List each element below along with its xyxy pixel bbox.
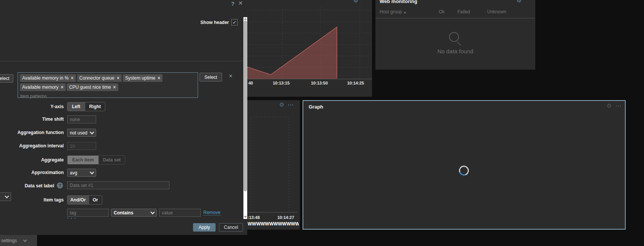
cancel-button[interactable]: Cancel bbox=[219, 223, 243, 232]
column-header-host-group[interactable]: Host group ▲ bbox=[380, 9, 407, 14]
chip-remove-icon[interactable]: × bbox=[113, 85, 116, 90]
item-tags-or-option[interactable]: Or bbox=[89, 196, 102, 204]
item-pattern-chip[interactable]: CPU guest nice time× bbox=[67, 83, 118, 91]
time-shift-input[interactable] bbox=[67, 115, 96, 123]
column-label: Host group bbox=[380, 9, 402, 14]
widget-title: Web monitoring bbox=[380, 0, 417, 4]
graph-widget[interactable]: Graph ⚙ ••• bbox=[303, 100, 626, 230]
item-pattern-chip[interactable]: Available memory× bbox=[20, 83, 66, 91]
chevron-down-icon bbox=[90, 130, 94, 134]
option-label: Or bbox=[93, 197, 98, 203]
header-divider bbox=[375, 18, 535, 18]
item-patterns-multiselect[interactable]: Available memory in %× Connector queue× … bbox=[18, 72, 198, 98]
option-label: Data set bbox=[103, 157, 121, 163]
settings-dropdown-partial[interactable]: settings bbox=[0, 235, 37, 246]
show-header-label: Show header bbox=[160, 20, 229, 25]
tag-operator-select[interactable]: Contains bbox=[111, 209, 157, 217]
select-value: Contains bbox=[114, 210, 133, 216]
chevron-down-icon bbox=[90, 170, 94, 174]
y-axis-right-option[interactable]: Right bbox=[85, 102, 105, 111]
loading-spinner bbox=[457, 164, 471, 177]
button-label: Apply bbox=[198, 225, 210, 230]
data-set-label-input[interactable] bbox=[67, 181, 169, 189]
button-label: Select bbox=[204, 75, 217, 80]
widget-title: Graph bbox=[309, 104, 323, 110]
button-label: Cancel bbox=[224, 225, 238, 230]
field-label-data-set-label: Data set label bbox=[0, 183, 54, 188]
chip-label: Connector queue bbox=[79, 75, 114, 81]
item-pattern-chip[interactable]: Available memory in %× bbox=[20, 74, 76, 82]
middle-chart-widget: ⚙ ••• :13:48 10:14:27 WWWWWWWWWWWW... bbox=[247, 100, 300, 230]
item-tags-segmented: And/Or Or bbox=[67, 195, 102, 204]
chip-label: Available memory in % bbox=[22, 75, 69, 81]
gear-icon[interactable]: ⚙ bbox=[607, 103, 612, 109]
chevron-down-icon bbox=[150, 210, 155, 214]
x-tick: 10:14:27 bbox=[277, 215, 294, 220]
settings-label: settings bbox=[1, 238, 17, 243]
more-menu-icon[interactable]: ••• bbox=[616, 104, 621, 108]
host-select-button-partial[interactable]: Select bbox=[0, 74, 13, 83]
select-value: not used bbox=[70, 130, 87, 136]
gear-icon[interactable]: ⚙ bbox=[517, 0, 522, 3]
left-edge-partial-select[interactable] bbox=[0, 192, 11, 201]
item-pattern-chip[interactable]: System uptime× bbox=[123, 74, 163, 82]
field-label-aggregation-interval: Aggregation interval bbox=[0, 143, 64, 149]
x-tick: 10:13:15 bbox=[273, 81, 290, 85]
column-header-failed: Failed bbox=[457, 9, 470, 14]
legend-host-label: WWWWWWWWWWWW... bbox=[248, 221, 299, 227]
scrollbar-thumb[interactable] bbox=[244, 21, 247, 191]
help-icon[interactable]: ? bbox=[231, 1, 235, 7]
column-header-unknown: Unknown bbox=[487, 9, 506, 14]
aggregation-interval-input[interactable] bbox=[67, 142, 96, 150]
item-patterns-placeholder[interactable]: item patterns bbox=[20, 94, 196, 99]
chevron-down-icon bbox=[23, 238, 27, 242]
aggregate-each-item-option[interactable]: Each item bbox=[68, 156, 99, 164]
field-label-approximation: Approximation bbox=[0, 170, 64, 175]
sort-asc-icon: ▲ bbox=[403, 10, 407, 14]
section-divider bbox=[0, 61, 243, 61]
item-select-button[interactable]: Select bbox=[200, 73, 222, 81]
select-value: avg bbox=[70, 170, 77, 176]
x-tick: 40 bbox=[248, 81, 253, 85]
chip-remove-icon[interactable]: × bbox=[117, 75, 119, 81]
help-badge-icon[interactable]: ? bbox=[57, 182, 63, 188]
item-tags-andor-option[interactable]: And/Or bbox=[68, 196, 89, 204]
search-icon-handle bbox=[457, 42, 461, 46]
remove-dataset-icon[interactable]: × bbox=[229, 73, 232, 80]
button-label: Select bbox=[0, 76, 10, 81]
scroll-down-icon[interactable] bbox=[244, 216, 247, 218]
x-tick: 10:13:50 bbox=[311, 81, 328, 85]
chevron-down-icon bbox=[5, 194, 9, 198]
field-label-aggregate: Aggregate bbox=[0, 157, 64, 163]
y-axis-left-option[interactable]: Left bbox=[68, 102, 85, 111]
top-chart-widget: ⚙ 40 10:13:15 10:13:50 10:14:25 bbox=[247, 0, 372, 97]
checkmark-icon: ✓ bbox=[232, 20, 236, 25]
show-header-checkbox[interactable]: ✓ bbox=[231, 19, 238, 26]
item-pattern-chip[interactable]: Connector queue× bbox=[77, 74, 122, 82]
empty-grid bbox=[247, 100, 300, 214]
chip-remove-icon[interactable]: × bbox=[158, 75, 160, 81]
aggregation-function-select[interactable]: not used bbox=[67, 129, 96, 137]
tag-value-input[interactable] bbox=[159, 209, 201, 217]
apply-button[interactable]: Apply bbox=[193, 223, 216, 232]
close-icon[interactable]: × bbox=[238, 0, 243, 7]
field-label-time-shift: Time shift bbox=[0, 117, 64, 122]
y-axis-segmented: Left Right bbox=[67, 102, 105, 111]
web-monitoring-widget: Web monitoring ⚙ Host group ▲ Ok Failed … bbox=[375, 0, 535, 70]
option-label: And/Or bbox=[70, 197, 86, 203]
more-rows-dots[interactable]: · · · bbox=[67, 216, 76, 221]
chip-remove-icon[interactable]: × bbox=[61, 85, 63, 90]
chip-label: Available memory bbox=[22, 85, 58, 90]
search-icon bbox=[449, 32, 459, 42]
chip-label: CPU guest nice time bbox=[69, 85, 111, 90]
help-badge-glyph: ? bbox=[59, 183, 61, 188]
approximation-select[interactable]: avg bbox=[67, 169, 96, 177]
aggregate-data-set-option[interactable]: Data set bbox=[99, 156, 125, 164]
field-label-y-axis: Y-axis bbox=[0, 104, 64, 109]
x-tick: 10:14:25 bbox=[347, 81, 364, 85]
dashboard-page: ⚙ 40 10:13:15 10:13:50 10:14:25 Web moni… bbox=[0, 0, 644, 246]
scroll-up-icon[interactable] bbox=[244, 18, 247, 20]
chip-label: System uptime bbox=[125, 75, 155, 81]
chip-remove-icon[interactable]: × bbox=[71, 75, 74, 81]
remove-tag-link[interactable]: Remove bbox=[203, 210, 221, 216]
